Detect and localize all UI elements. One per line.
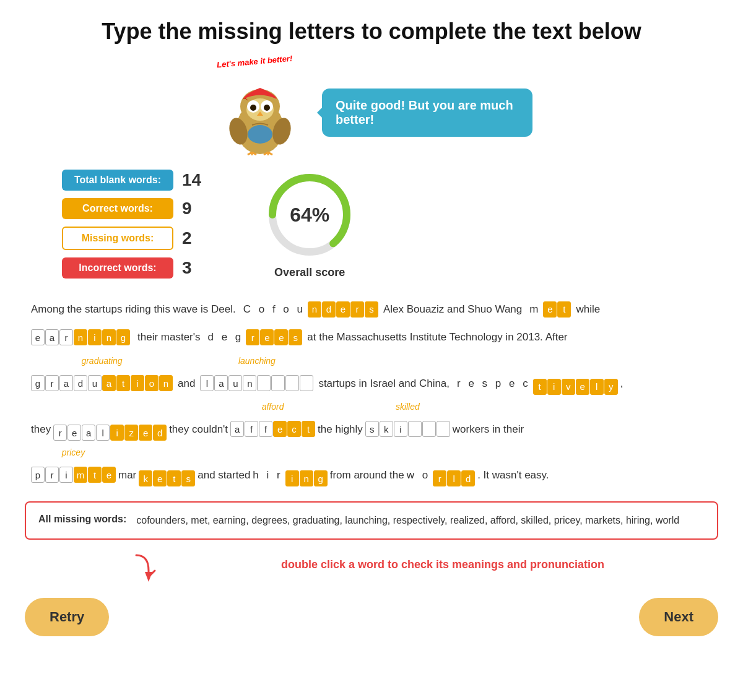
- svg-point-16: [248, 125, 272, 144]
- missing-words-content: cofounders, met, earning, degrees, gradu…: [136, 512, 679, 529]
- speech-bubble: Quite good! But you are much better!: [322, 89, 532, 137]
- svg-point-6: [264, 105, 270, 111]
- total-blank-value: 14: [182, 170, 201, 190]
- word-earning: e a r n i n g: [31, 329, 130, 345]
- svg-point-5: [250, 105, 256, 111]
- stats-section: Total blank words: 14 Correct words: 9 M…: [25, 168, 718, 279]
- score-donut: 64%: [263, 168, 356, 261]
- score-percent: 64%: [290, 204, 329, 227]
- lets-make-label: Let's make it better!: [217, 54, 293, 70]
- correct-row: Correct words: 9: [62, 198, 201, 219]
- word-degrees: r e e s: [246, 329, 302, 345]
- missing-row: Missing words: 2: [62, 227, 201, 250]
- word-afford: a f f e c t: [230, 421, 315, 437]
- incorrect-badge: Incorrect words:: [62, 257, 173, 279]
- word-realized: r e a l i z e d: [53, 425, 167, 441]
- word-skilled: s k i: [365, 421, 450, 437]
- text-passage: Among the startups riding this wave is D…: [25, 298, 718, 486]
- word-launching: l a u n: [200, 375, 313, 391]
- word-respectively: t i v e l y: [533, 379, 618, 395]
- word-graduation: g r a d u a t i o n: [31, 375, 173, 391]
- word-hiring: i n g: [285, 470, 328, 486]
- owl-character: Let's make it better!: [211, 57, 310, 156]
- word-cofounders: n d e r s: [308, 301, 378, 318]
- next-button[interactable]: Next: [639, 598, 718, 636]
- word-pricey: p r i m t e: [31, 467, 116, 483]
- correct-badge: Correct words:: [62, 198, 173, 219]
- missing-badge: Missing words:: [62, 227, 173, 250]
- incorrect-row: Incorrect words: 3: [62, 257, 201, 279]
- correct-value: 9: [182, 199, 201, 218]
- total-blank-badge: Total blank words:: [62, 170, 173, 191]
- retry-button[interactable]: Retry: [25, 598, 109, 636]
- word-markets: k e t s: [139, 470, 195, 486]
- bottom-nav: Retry Next: [25, 598, 718, 636]
- incorrect-value: 3: [182, 258, 201, 278]
- missing-words-box: All missing words: cofounders, met, earn…: [25, 501, 718, 540]
- missing-words-label: All missing words:: [38, 512, 126, 525]
- word-met: e t: [543, 301, 571, 318]
- owl-icon: [226, 76, 294, 156]
- word-world: r l d: [433, 470, 475, 486]
- total-blank-row: Total blank words: 14: [62, 170, 201, 191]
- hint-text: double click a word to check its meaning…: [180, 558, 706, 571]
- svg-marker-19: [145, 572, 152, 582]
- stats-labels: Total blank words: 14 Correct words: 9 M…: [62, 170, 201, 279]
- missing-value: 2: [182, 228, 201, 248]
- arrow-icon: [130, 552, 167, 583]
- page-title: Type the missing letters to complete the…: [25, 19, 718, 45]
- overall-score-label: Overall score: [274, 266, 345, 279]
